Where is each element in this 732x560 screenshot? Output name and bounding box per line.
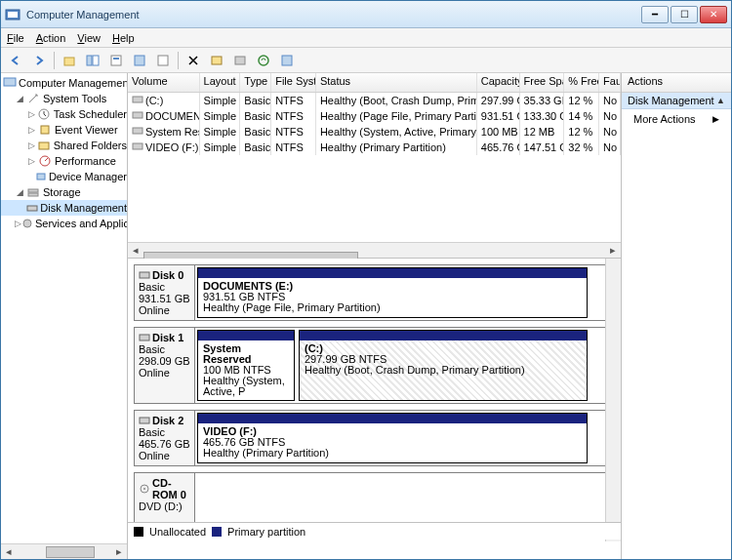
expand-icon[interactable]: ▷	[15, 219, 21, 228]
svg-rect-5	[111, 56, 121, 65]
tree-services-apps[interactable]: ▷Services and Applications	[1, 216, 127, 231]
close-button[interactable]: ✕	[700, 6, 727, 23]
actions-group-disk-management[interactable]: Disk Management ▲	[622, 93, 731, 109]
collapse-icon[interactable]: ◢	[15, 94, 25, 103]
svg-rect-6	[113, 58, 119, 60]
disk-row[interactable]: Disk 0Basic931.51 GBOnlineDOCUMENTS (E:)…	[134, 264, 615, 321]
partition[interactable]: (C:)297.99 GB NTFSHealthy (Boot, Crash D…	[299, 330, 588, 401]
back-button[interactable]	[5, 50, 26, 71]
disk-partitions: System Reserved100 MB NTFSHealthy (Syste…	[195, 328, 614, 403]
action1-button[interactable]	[206, 50, 227, 71]
svg-rect-8	[158, 56, 168, 65]
col-status[interactable]: Status	[316, 73, 477, 92]
perf-icon	[37, 154, 53, 168]
show-tree-button[interactable]	[82, 50, 103, 71]
volume-icon	[132, 126, 145, 136]
refresh-button[interactable]	[129, 50, 150, 71]
up-button[interactable]	[59, 50, 80, 71]
col-fault[interactable]: Faul	[599, 73, 621, 92]
volume-hscroll[interactable]: ◂▸	[128, 242, 621, 258]
col-filesystem[interactable]: File System	[271, 73, 316, 92]
svg-rect-27	[140, 272, 149, 278]
col-layout[interactable]: Layout	[200, 73, 241, 92]
chevron-right-icon: ▶	[712, 114, 719, 124]
tree-performance[interactable]: ▷Performance	[1, 153, 127, 169]
svg-rect-1	[8, 12, 18, 18]
collapse-icon[interactable]: ◢	[15, 187, 25, 197]
tree-system-tools[interactable]: ◢ System Tools	[1, 91, 127, 106]
volume-icon	[132, 110, 145, 120]
expand-icon[interactable]: ▷	[26, 125, 37, 135]
export-button[interactable]	[152, 50, 174, 71]
disk-vscroll[interactable]	[605, 259, 621, 541]
folder-icon	[37, 139, 52, 152]
volume-list: Volume Layout Type File System Status Ca…	[128, 73, 621, 259]
window-title: Computer Management	[26, 9, 641, 20]
svg-rect-10	[235, 57, 245, 64]
col-pctfree[interactable]: % Free	[564, 73, 599, 92]
menu-help[interactable]: Help	[112, 32, 135, 44]
device-icon	[35, 170, 47, 183]
titlebar[interactable]: Computer Management ━ ☐ ✕	[1, 1, 731, 28]
partition[interactable]: DOCUMENTS (E:)931.51 GB NTFSHealthy (Pag…	[197, 267, 588, 318]
svg-rect-12	[282, 56, 292, 65]
content-pane: Volume Layout Type File System Status Ca…	[128, 73, 622, 559]
disk-row[interactable]: Disk 2Basic465.76 GBOnlineVIDEO (F:)465.…	[134, 410, 615, 466]
menu-view[interactable]: View	[77, 32, 101, 44]
maximize-button[interactable]: ☐	[671, 6, 698, 23]
event-icon	[37, 123, 53, 137]
svg-rect-19	[28, 189, 38, 192]
svg-rect-15	[41, 126, 49, 134]
minimize-button[interactable]: ━	[641, 6, 669, 23]
legend-primary-swatch	[212, 527, 222, 537]
action3-button[interactable]	[253, 50, 274, 71]
disk-partitions: DOCUMENTS (E:)931.51 GB NTFSHealthy (Pag…	[195, 265, 614, 320]
action4-button[interactable]	[276, 50, 298, 71]
expand-icon[interactable]: ▷	[26, 140, 37, 150]
volume-row[interactable]: (C:)SimpleBasicNTFSHealthy (Boot, Crash …	[128, 93, 621, 108]
collapse-icon[interactable]: ▲	[716, 96, 725, 105]
clock-icon	[37, 107, 52, 121]
action2-button[interactable]	[229, 50, 251, 71]
tree-device-manager[interactable]: Device Manager	[1, 169, 127, 184]
app-window: Computer Management ━ ☐ ✕ File Action Vi…	[0, 0, 732, 560]
svg-point-11	[259, 56, 268, 65]
col-volume[interactable]: Volume	[128, 73, 200, 92]
svg-rect-16	[39, 142, 49, 149]
col-type[interactable]: Type	[240, 73, 271, 92]
disk-row[interactable]: Disk 1Basic298.09 GBOnlineSystem Reserve…	[134, 327, 615, 404]
tree-task-scheduler[interactable]: ▷Task Scheduler	[1, 106, 127, 122]
svg-rect-26	[133, 143, 142, 149]
menu-file[interactable]: File	[7, 32, 24, 44]
svg-rect-4	[93, 56, 99, 65]
disk-legend: Unallocated Primary partition	[128, 522, 621, 540]
services-icon	[21, 217, 33, 230]
cdrom-icon	[139, 484, 150, 494]
tree-root[interactable]: Computer Management (Local	[1, 75, 127, 91]
col-freespace[interactable]: Free Space	[520, 73, 565, 92]
partition[interactable]: VIDEO (F:)465.76 GB NTFSHealthy (Primary…	[197, 413, 588, 463]
forward-button[interactable]	[28, 50, 50, 71]
volume-row[interactable]: DOCUMENTS (E:)SimpleBasicNTFSHealthy (Pa…	[128, 108, 621, 124]
tree-hscroll[interactable]: ◂▸	[1, 543, 127, 559]
tree-event-viewer[interactable]: ▷Event Viewer	[1, 122, 127, 138]
tree-storage[interactable]: ◢Storage	[1, 184, 127, 200]
volume-list-header[interactable]: Volume Layout Type File System Status Ca…	[128, 73, 621, 93]
expand-icon[interactable]: ▷	[26, 156, 37, 166]
expand-icon[interactable]: ▷	[26, 109, 37, 119]
partition[interactable]: System Reserved100 MB NTFSHealthy (Syste…	[197, 330, 295, 401]
volume-row[interactable]: System ReservedSimpleBasicNTFSHealthy (S…	[128, 124, 621, 140]
delete-button[interactable]	[183, 50, 204, 71]
col-capacity[interactable]: Capacity	[477, 73, 520, 92]
volume-icon	[132, 95, 145, 104]
menubar: File Action View Help	[1, 28, 731, 48]
volume-row[interactable]: VIDEO (F:)SimpleBasicNTFSHealthy (Primar…	[128, 140, 621, 155]
tree-disk-management[interactable]: Disk Management	[1, 200, 127, 216]
svg-rect-3	[87, 56, 92, 65]
action-more-actions[interactable]: More Actions ▶	[622, 109, 731, 129]
svg-rect-7	[135, 56, 144, 65]
properties-button[interactable]	[105, 50, 127, 71]
disk-info: Disk 1Basic298.09 GBOnline	[135, 328, 195, 403]
tree-shared-folders[interactable]: ▷Shared Folders	[1, 138, 127, 153]
menu-action[interactable]: Action	[36, 32, 66, 44]
